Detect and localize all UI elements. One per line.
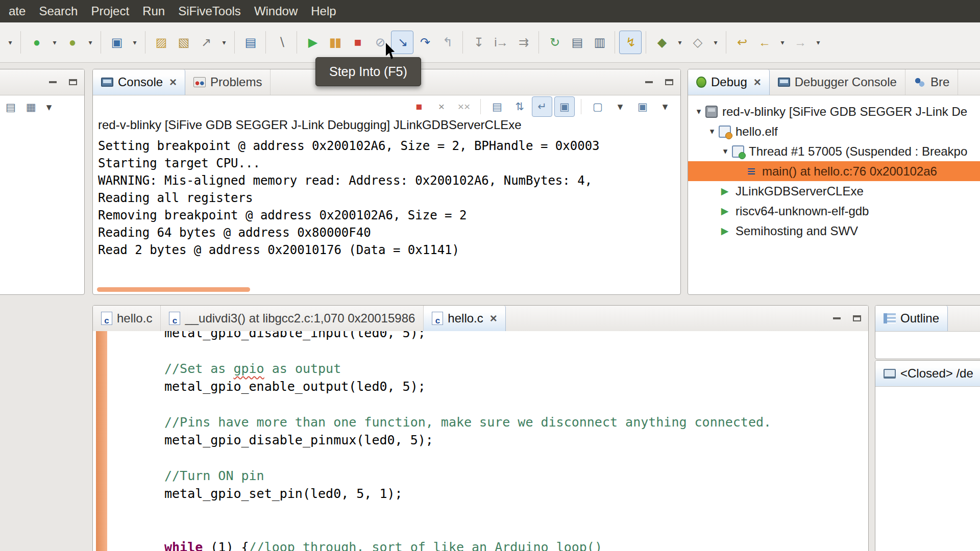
menu-help[interactable]: Help (304, 0, 342, 22)
tree-expander-icon[interactable]: ▾ (719, 146, 732, 157)
close-icon[interactable]: × (754, 75, 761, 89)
menu-run[interactable]: Run (136, 0, 172, 22)
terminate-console-button[interactable]: ■ (409, 96, 429, 117)
step-into-button[interactable]: ↘ (391, 31, 413, 54)
console-output[interactable]: Setting breakpoint @ address 0x200102A6,… (93, 135, 680, 261)
close-icon[interactable]: × (169, 75, 177, 89)
menu-window[interactable]: Window (248, 0, 304, 22)
menu-project[interactable]: Project (84, 0, 136, 22)
tree-expander-icon[interactable]: ▾ (692, 106, 705, 117)
left-view-toolbar: ▤▦▾ (0, 95, 84, 119)
restart-button[interactable]: ↻ (543, 31, 566, 54)
display-selected-console-button[interactable]: ▢ (587, 96, 608, 117)
instruction-stepping-button[interactable]: i→ (489, 31, 512, 54)
console-scrollbar[interactable] (97, 287, 250, 292)
scroll-lock-button[interactable]: ⇅ (509, 96, 530, 117)
toolbar-overflow-dropdown[interactable]: ▾ (3, 31, 16, 54)
tab-debug[interactable]: Debug × (688, 69, 770, 95)
tab-console[interactable]: Console × (93, 69, 185, 95)
word-wrap-button[interactable]: ↵ (532, 96, 552, 117)
resume-button[interactable]: ▶ (301, 31, 324, 54)
link-with-editor-button[interactable]: ▦ (26, 101, 36, 113)
debug-tree-item[interactable]: ▾Thread #1 57005 (Suspended : Breakpo (688, 141, 980, 161)
step-over-button[interactable]: ↷ (413, 31, 436, 54)
back-button[interactable]: ← (753, 31, 775, 54)
new-view-button[interactable]: ▣ (105, 31, 128, 54)
back-dropdown[interactable]: ▾ (775, 31, 789, 54)
run-dropdown[interactable]: ▾ (47, 31, 61, 54)
tab-breakpoints[interactable]: Bre (905, 69, 958, 95)
external-tools-button[interactable]: ◆ (650, 31, 673, 54)
tab-terminal[interactable]: <Closed> /de (875, 361, 980, 386)
debug-tree-item[interactable]: riscv64-unknown-elf-gdb (688, 201, 980, 221)
minimize-button[interactable] (643, 76, 655, 88)
run-button[interactable]: ● (25, 31, 47, 54)
forward-button[interactable]: → (789, 31, 811, 54)
maximize-button[interactable] (67, 76, 79, 88)
external-tools-dropdown[interactable]: ▾ (673, 31, 686, 54)
new-wizard-dropdown[interactable]: ▾ (708, 31, 722, 54)
pin-console-button[interactable]: ▣ (554, 96, 575, 117)
memory-view-button[interactable]: ▤ (566, 31, 588, 54)
close-icon[interactable]: × (490, 311, 497, 325)
debug-tree-item[interactable]: ▾hello.elf (688, 121, 980, 141)
open-console-view-button[interactable]: ▤ (239, 31, 261, 54)
collapse-all-button[interactable]: ▤ (6, 101, 16, 113)
profile-dropdown[interactable]: ▾ (83, 31, 96, 54)
tab-debugger-console-label: Debugger Console (795, 75, 897, 89)
menu-search[interactable]: Search (32, 0, 84, 22)
maximize-button[interactable] (663, 76, 675, 88)
tree-item-label: JLinkGDBServerCLExe (736, 184, 864, 198)
editor-body[interactable]: metal_gpio_disable_input(led0, 5); //Set… (93, 331, 868, 551)
open-console-dropdown[interactable]: ▾ (655, 96, 675, 117)
import-folder-button[interactable]: ▧ (172, 31, 194, 54)
new-view-dropdown[interactable]: ▾ (128, 31, 141, 54)
debug-tree-item[interactable]: ▾red-v-blinky [SiFive GDB SEGGER J-Link … (688, 102, 980, 121)
debug-tree-item[interactable]: Semihosting and SWV (688, 221, 980, 241)
debug-tree-item[interactable]: main() at hello.c:76 0x200102a6 (688, 161, 980, 181)
debug-tree[interactable]: ▾red-v-blinky [SiFive GDB SEGGER J-Link … (688, 95, 980, 241)
tab-problems[interactable]: Problems (185, 69, 271, 95)
c-file-icon (101, 312, 112, 325)
code-line: //Pins have more than one function, make… (164, 413, 868, 431)
minimize-button[interactable] (830, 312, 843, 324)
toolbar-separator (726, 31, 726, 54)
tab-debugger-console[interactable]: Debugger Console (770, 69, 905, 95)
profile-button[interactable]: ● (61, 31, 83, 54)
tree-expander-icon[interactable]: ▾ (705, 126, 719, 137)
remove-launch-button[interactable]: × (431, 96, 452, 117)
connect-target-dropdown[interactable]: ▾ (217, 31, 230, 54)
drop-to-frame-button[interactable]: ↧ (467, 31, 489, 54)
step-return-button[interactable]: ↰ (436, 31, 458, 54)
pair-stepping-button[interactable]: ⇉ (512, 31, 534, 54)
maximize-button[interactable] (851, 312, 863, 324)
minimize-button[interactable] (46, 76, 59, 88)
maximize-icon (853, 315, 861, 321)
skip-all-breakpoints-button[interactable]: ∖ (270, 31, 292, 54)
terminate-button[interactable]: ■ (346, 31, 369, 54)
remove-all-launches-button[interactable]: ×× (454, 96, 474, 117)
view-menu-dropdown[interactable]: ▾ (46, 101, 52, 113)
thread-icon (732, 145, 744, 158)
editor-tab-hello-c-1[interactable]: hello.c (93, 306, 161, 331)
target-icon (705, 106, 718, 118)
forward-dropdown[interactable]: ▾ (811, 31, 824, 54)
menu-ate[interactable]: ate (2, 0, 32, 22)
editor-tab-udivdi3[interactable]: __udivdi3() at libgcc2.c:1,070 0x2001598… (161, 306, 424, 331)
tab-outline[interactable]: Outline (875, 306, 948, 331)
suspend-button[interactable]: ▮▮ (324, 31, 346, 54)
show-console-output-button[interactable]: ▤ (487, 96, 507, 117)
open-folder-button[interactable]: ▨ (150, 31, 172, 54)
registers-view-button[interactable]: ▥ (588, 31, 610, 54)
new-wizard-button[interactable]: ◇ (686, 31, 708, 54)
display-selected-console-dropdown[interactable]: ▾ (610, 96, 630, 117)
step-into-tooltip: Step Into (F5) (315, 57, 421, 86)
connect-target-button[interactable]: ↗ (194, 31, 217, 54)
debug-tree-item[interactable]: JLinkGDBServerCLExe (688, 181, 980, 201)
menu-sifivetools[interactable]: SiFiveTools (172, 0, 248, 22)
last-edit-location-button[interactable]: ↩ (730, 31, 753, 54)
editor-tab-hello-c-active[interactable]: hello.c × (424, 306, 505, 331)
open-console-button[interactable]: ▣ (632, 96, 653, 117)
sifive-flash-button[interactable]: ↯ (619, 31, 642, 54)
code-area[interactable]: metal_gpio_disable_input(led0, 5); //Set… (164, 331, 868, 551)
